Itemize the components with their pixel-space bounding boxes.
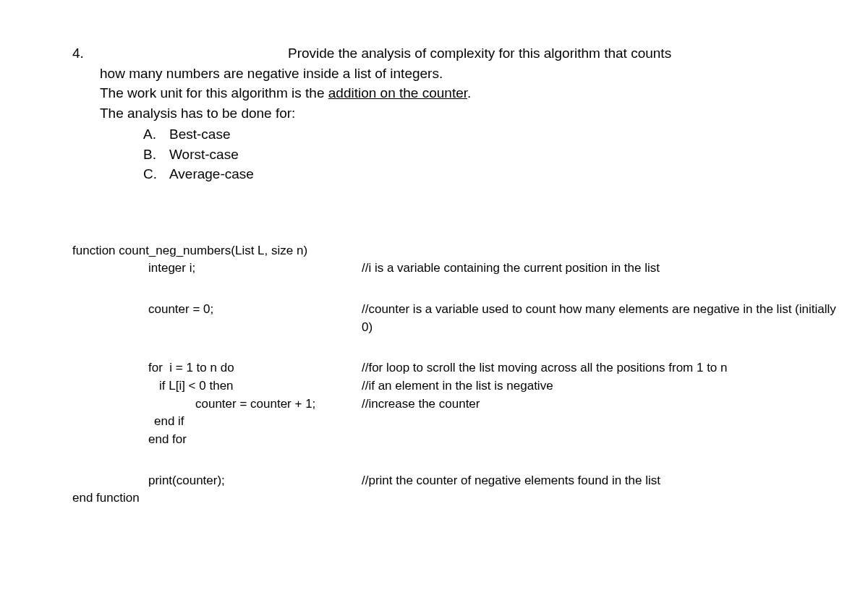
code-comment: //for loop to scroll the list moving acr… <box>362 359 839 377</box>
question-number: 4. <box>72 43 94 184</box>
question-line3-pre: The work unit for this algorithm is the <box>100 85 328 100</box>
code-text: for i = 1 to n do <box>72 359 362 377</box>
code-comment <box>362 242 839 260</box>
code-row: counter = counter + 1;//increase the cou… <box>72 395 839 414</box>
code-comment: //i is a variable containing the current… <box>362 260 839 278</box>
code-row: function count_neg_numbers(List L, size … <box>72 242 839 260</box>
code-text: print(counter); <box>72 472 362 490</box>
code-row: integer i;//i is a variable containing t… <box>72 260 839 278</box>
question-line3: The work unit for this algorithm is the … <box>100 83 839 103</box>
code-text: integer i; <box>72 260 362 278</box>
code-comment: //if an element in the list is negative <box>362 377 839 395</box>
sublist-letter: A. <box>143 124 158 145</box>
code-gap <box>72 278 839 301</box>
question-line1: Provide the analysis of complexity for t… <box>100 43 839 64</box>
code-comment: //counter is a variable used to count ho… <box>362 301 839 336</box>
code-comment: //print the counter of negative elements… <box>362 472 839 490</box>
sublist-item: C. Average-case <box>143 164 839 184</box>
code-gap <box>72 336 839 359</box>
code-gap <box>72 449 839 472</box>
sublist-text: Average-case <box>169 164 254 184</box>
pseudocode-block: function count_neg_numbers(List L, size … <box>72 242 839 508</box>
code-row: end for <box>72 431 839 449</box>
question-line4: The analysis has to be done for: <box>100 103 839 124</box>
sublist-letter: C. <box>143 164 158 184</box>
code-row: if L[i] < 0 then//if an element in the l… <box>72 377 839 395</box>
question-line2: how many numbers are negative inside a l… <box>100 64 839 84</box>
question-line3-underlined: addition on the counter <box>328 85 467 100</box>
question-block: 4. Provide the analysis of complexity fo… <box>72 43 839 184</box>
code-comment <box>362 431 839 449</box>
sublist-item: B. Worst-case <box>143 145 839 165</box>
question-text: Provide the analysis of complexity for t… <box>100 43 839 184</box>
sublist-letter: B. <box>143 145 158 165</box>
code-text: end for <box>72 431 362 449</box>
code-comment: //increase the counter <box>362 395 839 414</box>
code-row: end if <box>72 413 839 431</box>
code-text: counter = counter + 1; <box>72 395 362 414</box>
code-text: counter = 0; <box>72 301 362 336</box>
question-sublist: A. Best-case B. Worst-case C. Average-ca… <box>143 124 839 184</box>
code-row: end function <box>72 489 839 508</box>
code-row: for i = 1 to n do//for loop to scroll th… <box>72 359 839 377</box>
sublist-item: A. Best-case <box>143 124 839 145</box>
code-text: end function <box>72 489 362 508</box>
code-comment <box>362 413 839 431</box>
code-text: function count_neg_numbers(List L, size … <box>72 242 362 260</box>
code-text: if L[i] < 0 then <box>72 377 362 395</box>
code-row: counter = 0;//counter is a variable used… <box>72 301 839 336</box>
code-comment <box>362 489 839 508</box>
question-line1-text: Provide the analysis of complexity for t… <box>288 46 671 61</box>
sublist-text: Best-case <box>169 124 230 145</box>
sublist-text: Worst-case <box>169 145 239 165</box>
code-text: end if <box>72 413 362 431</box>
code-row: print(counter);//print the counter of ne… <box>72 472 839 490</box>
question-line3-post: . <box>467 85 471 100</box>
